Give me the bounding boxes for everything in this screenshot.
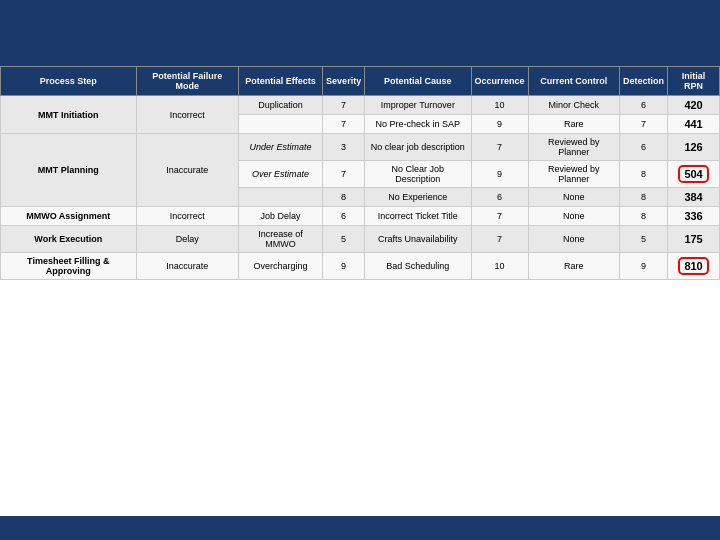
table-row: MMT InitiationIncorrectDuplication7Impro…	[1, 96, 720, 115]
cell-effects	[238, 115, 322, 134]
col-detection: Detection	[620, 67, 668, 96]
cell-cause: No Clear Job Description	[365, 161, 471, 188]
cell-occurrence: 10	[471, 96, 528, 115]
table-row: MMT PlanningInaccurateUnder Estimate3No …	[1, 134, 720, 161]
table-body: MMT InitiationIncorrectDuplication7Impro…	[1, 96, 720, 280]
cell-effects	[238, 188, 322, 207]
col-failure-mode: Potential Failure Mode	[136, 67, 238, 96]
fmea-table: Process Step Potential Failure Mode Pote…	[0, 66, 720, 280]
content-area: Process Step Potential Failure Mode Pote…	[0, 66, 720, 516]
cell-severity: 5	[323, 226, 365, 253]
table-header-row: Process Step Potential Failure Mode Pote…	[1, 67, 720, 96]
cell-control: Reviewed by Planner	[528, 161, 619, 188]
cell-effects: Over Estimate	[238, 161, 322, 188]
cell-rpn: 175	[668, 226, 720, 253]
rpn-value-circled: 810	[678, 257, 708, 275]
col-occurrence: Occurrence	[471, 67, 528, 96]
cell-detection: 5	[620, 226, 668, 253]
cell-effects: Overcharging	[238, 253, 322, 280]
table-row: Timesheet Filling & ApprovingInaccurateO…	[1, 253, 720, 280]
cell-effects: Duplication	[238, 96, 322, 115]
cell-detection: 7	[620, 115, 668, 134]
cell-failure-mode: Inaccurate	[136, 253, 238, 280]
main-container: Data Analysis Failure Mode & Effect Anal…	[0, 0, 720, 540]
cell-process-step: MMWO Assignment	[1, 207, 137, 226]
cell-occurrence: 10	[471, 253, 528, 280]
cell-control: None	[528, 207, 619, 226]
col-effects: Potential Effects	[238, 67, 322, 96]
cell-detection: 8	[620, 161, 668, 188]
cell-effects: Under Estimate	[238, 134, 322, 161]
cell-rpn: 336	[668, 207, 720, 226]
cell-process-step: Work Execution	[1, 226, 137, 253]
cell-process-step: MMT Planning	[1, 134, 137, 207]
col-severity: Severity	[323, 67, 365, 96]
col-rpn: Initial RPN	[668, 67, 720, 96]
cell-failure-mode: Incorrect	[136, 96, 238, 134]
cell-process-step: MMT Initiation	[1, 96, 137, 134]
cell-control: Reviewed by Planner	[528, 134, 619, 161]
cell-severity: 7	[323, 161, 365, 188]
cell-rpn: 384	[668, 188, 720, 207]
cell-detection: 6	[620, 134, 668, 161]
cell-control: Rare	[528, 115, 619, 134]
cell-detection: 8	[620, 207, 668, 226]
cell-cause: No Experience	[365, 188, 471, 207]
cell-control: Minor Check	[528, 96, 619, 115]
cell-occurrence: 9	[471, 161, 528, 188]
cell-rpn: 420	[668, 96, 720, 115]
cell-cause: No clear job description	[365, 134, 471, 161]
cell-cause: No Pre-check in SAP	[365, 115, 471, 134]
cell-rpn: 441	[668, 115, 720, 134]
cell-process-step: Timesheet Filling & Approving	[1, 253, 137, 280]
cell-detection: 6	[620, 96, 668, 115]
cell-failure-mode: Inaccurate	[136, 134, 238, 207]
table-row: Work ExecutionDelayIncrease of MMWO5Craf…	[1, 226, 720, 253]
cell-cause: Incorrect Ticket Title	[365, 207, 471, 226]
cell-effects: Increase of MMWO	[238, 226, 322, 253]
cell-control: None	[528, 188, 619, 207]
col-control: Current Control	[528, 67, 619, 96]
cell-occurrence: 6	[471, 188, 528, 207]
cell-occurrence: 7	[471, 207, 528, 226]
cell-occurrence: 7	[471, 134, 528, 161]
cell-control: None	[528, 226, 619, 253]
cell-effects: Job Delay	[238, 207, 322, 226]
cell-control: Rare	[528, 253, 619, 280]
cell-severity: 7	[323, 115, 365, 134]
cell-occurrence: 9	[471, 115, 528, 134]
cell-failure-mode: Delay	[136, 226, 238, 253]
cell-cause: Crafts Unavailability	[365, 226, 471, 253]
cell-cause: Improper Turnover	[365, 96, 471, 115]
cell-severity: 6	[323, 207, 365, 226]
cell-rpn: 126	[668, 134, 720, 161]
cell-rpn: 810	[668, 253, 720, 280]
cell-severity: 8	[323, 188, 365, 207]
col-cause: Potential Cause	[365, 67, 471, 96]
table-row: MMWO AssignmentIncorrectJob Delay6Incorr…	[1, 207, 720, 226]
cell-severity: 7	[323, 96, 365, 115]
cell-detection: 8	[620, 188, 668, 207]
rpn-value-circled: 504	[678, 165, 708, 183]
cell-occurrence: 7	[471, 226, 528, 253]
cell-failure-mode: Incorrect	[136, 207, 238, 226]
cell-detection: 9	[620, 253, 668, 280]
cell-severity: 9	[323, 253, 365, 280]
col-process-step: Process Step	[1, 67, 137, 96]
cell-cause: Bad Scheduling	[365, 253, 471, 280]
cell-rpn: 504	[668, 161, 720, 188]
cell-severity: 3	[323, 134, 365, 161]
